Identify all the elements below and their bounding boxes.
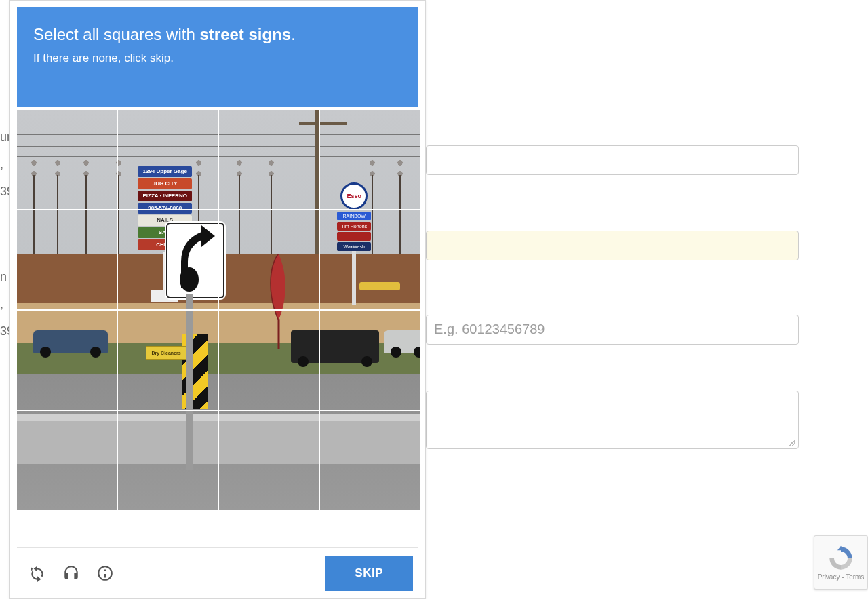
street-scene: 1394 Upper Gage JUG CITY PIZZA · INFERNO…	[118, 311, 218, 410]
suv	[291, 330, 319, 363]
captcha-prompt: Select all squares with street signs. If…	[17, 7, 418, 107]
street-scene: 1394 Upper Gage JUG CITY PIZZA · INFERNO…	[219, 411, 319, 510]
prompt-prefix: Select all squares with	[33, 25, 199, 43]
gas-station-sign: Esso RAINBOW Tim Hortons WaxWash	[337, 182, 371, 210]
street-scene: 1394 Upper Gage JUG CITY PIZZA · INFERNO…	[17, 210, 117, 309]
feather-flag	[267, 254, 291, 310]
captcha-tile[interactable]: 1394 Upper Gage JUG CITY PIZZA · INFERNO…	[118, 311, 218, 410]
bg-text: ,	[0, 157, 3, 172]
street-scene: 1394 Upper Gage JUG CITY PIZZA · INFERNO…	[118, 110, 218, 209]
captcha-tile[interactable]: 1394 Upper Gage JUG CITY PIZZA · INFERNO…	[118, 110, 218, 209]
captcha-tile[interactable]: 1394 Upper Gage JUG CITY PIZZA · INFERNO…	[17, 311, 117, 410]
street-scene: 1394 Upper Gage JUG CITY PIZZA · INFERNO…	[219, 311, 319, 410]
recaptcha-badge[interactable]: Privacy - Terms	[814, 535, 868, 590]
captcha-image-grid: 1394 Upper Gage JUG CITY PIZZA · INFERNO…	[17, 110, 420, 510]
gas-station-sign: Esso RAINBOW Tim Hortons WaxWash	[337, 210, 371, 305]
car	[384, 330, 420, 353]
recaptcha-icon	[827, 545, 854, 572]
prompt-suffix: .	[291, 25, 296, 43]
svg-point-5	[180, 267, 199, 292]
street-scene: 1394 Upper Gage JUG CITY PIZZA · INFERNO…	[320, 411, 420, 510]
captcha-tile[interactable]: 1394 Upper Gage JUG CITY PIZZA · INFERNO…	[320, 210, 420, 309]
street-scene: 1394 Upper Gage JUG CITY PIZZA · INFERNO…	[219, 110, 319, 209]
street-scene: 1394 Upper Gage JUG CITY PIZZA · INFERNO…	[17, 411, 117, 510]
captcha-prompt-main: Select all squares with street signs.	[33, 24, 402, 45]
audio-icon[interactable]	[62, 564, 81, 583]
captcha-tile[interactable]: 1394 Upper Gage JUG CITY PIZZA · INFERNO…	[17, 411, 117, 510]
reload-icon[interactable]	[28, 564, 47, 583]
street-scene: 1394 Upper Gage JUG CITY PIZZA · INFERNO…	[320, 110, 420, 209]
street-scene: 1394 Upper Gage JUG CITY PIZZA · INFERNO…	[17, 110, 117, 209]
captcha-tile[interactable]: 1394 Upper Gage JUG CITY PIZZA · INFERNO…	[17, 210, 117, 309]
street-scene: 1394 Upper Gage JUG CITY PIZZA · INFERNO…	[320, 210, 420, 309]
keep-right-sign	[219, 223, 224, 298]
street-scene: 1394 Upper Gage JUG CITY PIZZA · INFERNO…	[219, 210, 319, 309]
captcha-tile[interactable]: 1394 Upper Gage JUG CITY PIZZA · INFERNO…	[320, 411, 420, 510]
captcha-controls	[28, 564, 115, 583]
street-scene: 1394 Upper Gage JUG CITY PIZZA · INFERNO…	[17, 311, 117, 410]
captcha-tile[interactable]: 1394 Upper Gage JUG CITY PIZZA · INFERNO…	[320, 311, 420, 410]
sign-post	[186, 294, 193, 310]
feather-flag	[267, 311, 291, 349]
captcha-tile[interactable]: 1394 Upper Gage JUG CITY PIZZA · INFERNO…	[219, 411, 319, 510]
form-input-highlighted[interactable]	[426, 231, 799, 260]
bg-text: n	[0, 270, 7, 284]
dry-cleaners-sign: Dry Cleaners	[146, 346, 186, 360]
captcha-tile[interactable]: 1394 Upper Gage JUG CITY PIZZA · INFERNO…	[219, 210, 319, 309]
captcha-tile[interactable]: 1394 Upper Gage JUG CITY PIZZA · INFERNO…	[118, 411, 218, 510]
captcha-tile[interactable]: 1394 Upper Gage JUG CITY PIZZA · INFERNO…	[219, 311, 319, 410]
captcha-prompt-sub: If there are none, click skip.	[33, 51, 402, 66]
street-scene: 1394 Upper Gage JUG CITY PIZZA · INFERNO…	[118, 210, 218, 309]
prompt-target: street signs	[199, 25, 291, 43]
keep-right-sign	[166, 223, 218, 298]
street-scene: 1394 Upper Gage JUG CITY PIZZA · INFERNO…	[320, 311, 420, 410]
phone-placeholder: E.g. 60123456789	[434, 322, 545, 337]
sign-post	[186, 411, 193, 470]
captcha-tile[interactable]: 1394 Upper Gage JUG CITY PIZZA · INFERNO…	[320, 110, 420, 209]
suv	[320, 330, 379, 363]
business-pylon-sign: 1394 Upper Gage JUG CITY PIZZA · INFERNO…	[138, 166, 192, 209]
captcha-tile[interactable]: 1394 Upper Gage JUG CITY PIZZA · INFERNO…	[17, 110, 117, 209]
street-scene: 1394 Upper Gage JUG CITY PIZZA · INFERNO…	[118, 411, 218, 510]
sign-post	[186, 311, 193, 410]
captcha-footer: SKIP	[17, 547, 418, 598]
form-textarea[interactable]	[426, 391, 799, 449]
recaptcha-badge-footer[interactable]: Privacy - Terms	[818, 573, 865, 581]
car	[33, 330, 108, 353]
bg-text: ,	[0, 297, 3, 311]
skip-button[interactable]: SKIP	[325, 556, 413, 591]
form-input[interactable]	[426, 145, 799, 175]
recaptcha-challenge: Select all squares with street signs. If…	[9, 0, 426, 599]
captcha-tile[interactable]: 1394 Upper Gage JUG CITY PIZZA · INFERNO…	[219, 110, 319, 209]
captcha-tile[interactable]: 1394 Upper Gage JUG CITY PIZZA · INFERNO…	[118, 210, 218, 309]
info-icon[interactable]	[96, 564, 115, 583]
